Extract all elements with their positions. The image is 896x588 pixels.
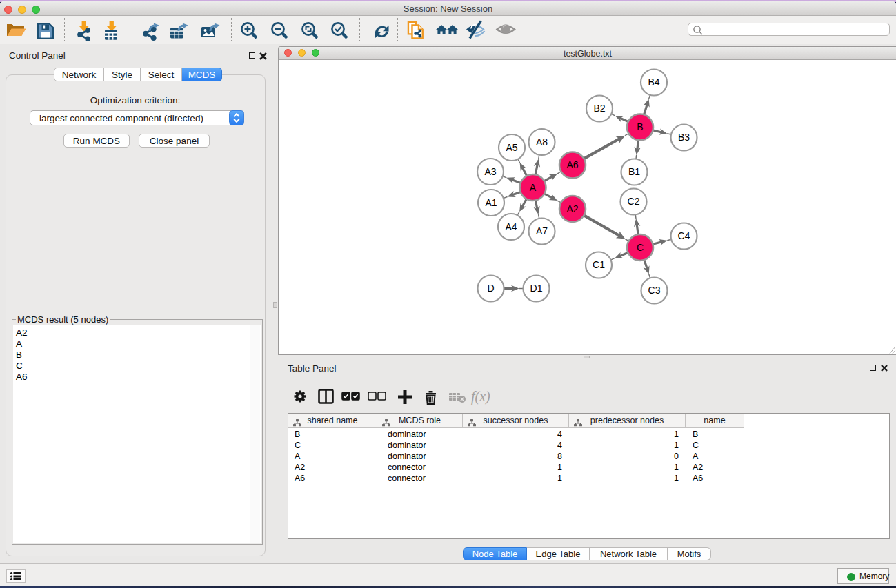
svg-text:C1: C1 [593,259,605,270]
svg-text:D1: D1 [530,283,543,294]
svg-text:B: B [637,121,643,132]
svg-text:A3: A3 [484,166,496,177]
svg-text:C2: C2 [628,196,640,207]
svg-text:A1: A1 [485,197,497,208]
svg-text:A5: A5 [506,142,517,153]
svg-text:A6: A6 [566,159,578,170]
svg-text:B1: B1 [628,166,640,177]
svg-text:D: D [487,283,494,294]
svg-text:A7: A7 [536,225,548,236]
svg-text:C: C [637,242,644,253]
svg-text:A4: A4 [505,221,517,232]
svg-text:A: A [530,182,537,193]
svg-text:B3: B3 [678,132,690,143]
svg-text:A8: A8 [536,136,548,148]
svg-text:B4: B4 [648,77,659,88]
svg-text:A2: A2 [566,203,578,214]
svg-text:B2: B2 [593,103,605,114]
svg-text:C3: C3 [648,285,661,296]
svg-text:C4: C4 [678,230,690,241]
